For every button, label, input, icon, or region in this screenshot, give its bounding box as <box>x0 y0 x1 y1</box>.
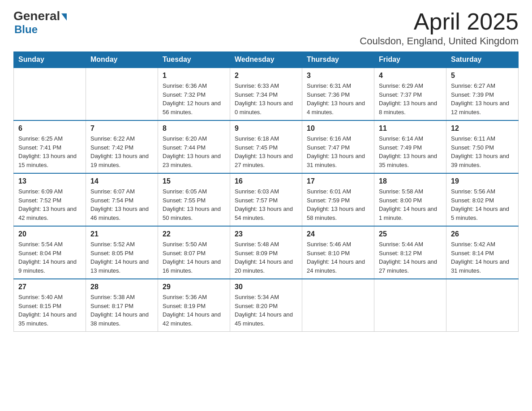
day-number: 20 <box>18 230 81 238</box>
day-info: Sunrise: 5:46 AMSunset: 8:10 PMDaylight:… <box>307 240 369 275</box>
calendar-cell: 21Sunrise: 5:52 AMSunset: 8:05 PMDayligh… <box>86 226 158 279</box>
day-info: Sunrise: 5:54 AMSunset: 8:04 PMDaylight:… <box>18 240 81 275</box>
title-section: April 2025 Coulsdon, England, United Kin… <box>360 9 519 47</box>
day-number: 21 <box>90 230 153 238</box>
day-number: 13 <box>18 177 81 185</box>
logo-general-text: General <box>13 9 60 23</box>
day-number: 2 <box>235 72 297 80</box>
calendar-cell <box>374 279 446 332</box>
calendar-body: 1Sunrise: 6:36 AMSunset: 7:32 PMDaylight… <box>14 68 519 332</box>
calendar-cell: 20Sunrise: 5:54 AMSunset: 8:04 PMDayligh… <box>14 226 86 279</box>
day-number: 24 <box>307 230 369 238</box>
day-info: Sunrise: 6:22 AMSunset: 7:42 PMDaylight:… <box>90 134 153 169</box>
day-number: 11 <box>379 124 442 133</box>
day-number: 27 <box>18 283 81 291</box>
calendar-cell: 26Sunrise: 5:42 AMSunset: 8:14 PMDayligh… <box>446 226 519 279</box>
day-number: 18 <box>379 177 442 185</box>
day-number: 1 <box>163 72 225 80</box>
day-number: 10 <box>307 124 369 133</box>
day-number: 3 <box>307 72 369 80</box>
weekday-header-thursday: Thursday <box>302 52 374 68</box>
calendar-cell: 3Sunrise: 6:31 AMSunset: 7:36 PMDaylight… <box>302 68 374 120</box>
calendar-week-4: 20Sunrise: 5:54 AMSunset: 8:04 PMDayligh… <box>14 226 519 279</box>
calendar-cell: 1Sunrise: 6:36 AMSunset: 7:32 PMDaylight… <box>158 68 230 120</box>
calendar-week-5: 27Sunrise: 5:40 AMSunset: 8:15 PMDayligh… <box>14 279 519 332</box>
day-info: Sunrise: 6:03 AMSunset: 7:57 PMDaylight:… <box>235 187 297 222</box>
day-info: Sunrise: 6:09 AMSunset: 7:52 PMDaylight:… <box>18 187 81 222</box>
calendar-cell: 10Sunrise: 6:16 AMSunset: 7:47 PMDayligh… <box>302 120 374 173</box>
day-info: Sunrise: 6:33 AMSunset: 7:34 PMDaylight:… <box>235 81 297 116</box>
day-info: Sunrise: 5:40 AMSunset: 8:15 PMDaylight:… <box>18 293 81 328</box>
day-info: Sunrise: 5:50 AMSunset: 8:07 PMDaylight:… <box>163 240 225 275</box>
weekday-header-monday: Monday <box>86 52 158 68</box>
day-number: 30 <box>235 283 297 291</box>
calendar-cell: 27Sunrise: 5:40 AMSunset: 8:15 PMDayligh… <box>14 279 86 332</box>
day-info: Sunrise: 6:05 AMSunset: 7:55 PMDaylight:… <box>163 187 225 222</box>
calendar-cell: 5Sunrise: 6:27 AMSunset: 7:39 PMDaylight… <box>446 68 519 120</box>
calendar-cell: 23Sunrise: 5:48 AMSunset: 8:09 PMDayligh… <box>230 226 302 279</box>
calendar-cell: 17Sunrise: 6:01 AMSunset: 7:59 PMDayligh… <box>302 173 374 226</box>
day-number: 12 <box>451 124 514 133</box>
weekday-header-sunday: Sunday <box>14 52 86 68</box>
month-title: April 2025 <box>360 9 519 34</box>
day-info: Sunrise: 5:36 AMSunset: 8:19 PMDaylight:… <box>163 293 225 328</box>
day-info: Sunrise: 5:42 AMSunset: 8:14 PMDaylight:… <box>451 240 514 275</box>
logo-triangle-icon <box>61 13 67 21</box>
day-info: Sunrise: 6:18 AMSunset: 7:45 PMDaylight:… <box>235 134 297 169</box>
day-info: Sunrise: 5:58 AMSunset: 8:00 PMDaylight:… <box>379 187 442 222</box>
day-info: Sunrise: 6:11 AMSunset: 7:50 PMDaylight:… <box>451 134 514 169</box>
day-number: 29 <box>163 283 225 291</box>
day-number: 23 <box>235 230 297 238</box>
day-number: 7 <box>90 124 153 133</box>
day-number: 5 <box>451 72 514 80</box>
day-number: 4 <box>379 72 442 80</box>
day-number: 26 <box>451 230 514 238</box>
day-number: 8 <box>163 124 225 133</box>
day-info: Sunrise: 6:01 AMSunset: 7:59 PMDaylight:… <box>307 187 369 222</box>
location-text: Coulsdon, England, United Kingdom <box>360 35 519 47</box>
day-number: 6 <box>18 124 81 133</box>
day-number: 28 <box>90 283 153 291</box>
weekday-header-tuesday: Tuesday <box>158 52 230 68</box>
day-number: 15 <box>163 177 225 185</box>
day-number: 14 <box>90 177 153 185</box>
calendar-cell: 25Sunrise: 5:44 AMSunset: 8:12 PMDayligh… <box>374 226 446 279</box>
calendar-cell: 9Sunrise: 6:18 AMSunset: 7:45 PMDaylight… <box>230 120 302 173</box>
calendar-cell: 12Sunrise: 6:11 AMSunset: 7:50 PMDayligh… <box>446 120 519 173</box>
calendar-cell: 11Sunrise: 6:14 AMSunset: 7:49 PMDayligh… <box>374 120 446 173</box>
day-number: 16 <box>235 177 297 185</box>
day-number: 19 <box>451 177 514 185</box>
logo-blue-text: Blue <box>14 23 38 35</box>
calendar-cell: 2Sunrise: 6:33 AMSunset: 7:34 PMDaylight… <box>230 68 302 120</box>
calendar-cell: 29Sunrise: 5:36 AMSunset: 8:19 PMDayligh… <box>158 279 230 332</box>
day-info: Sunrise: 5:52 AMSunset: 8:05 PMDaylight:… <box>90 240 153 275</box>
calendar-week-1: 1Sunrise: 6:36 AMSunset: 7:32 PMDaylight… <box>14 68 519 120</box>
day-info: Sunrise: 6:07 AMSunset: 7:54 PMDaylight:… <box>90 187 153 222</box>
calendar-cell: 28Sunrise: 5:38 AMSunset: 8:17 PMDayligh… <box>86 279 158 332</box>
day-number: 25 <box>379 230 442 238</box>
calendar-cell <box>446 279 519 332</box>
calendar-cell: 4Sunrise: 6:29 AMSunset: 7:37 PMDaylight… <box>374 68 446 120</box>
day-info: Sunrise: 6:16 AMSunset: 7:47 PMDaylight:… <box>307 134 369 169</box>
calendar-cell: 8Sunrise: 6:20 AMSunset: 7:44 PMDaylight… <box>158 120 230 173</box>
day-info: Sunrise: 5:38 AMSunset: 8:17 PMDaylight:… <box>90 293 153 328</box>
weekday-header-wednesday: Wednesday <box>230 52 302 68</box>
weekday-header-friday: Friday <box>374 52 446 68</box>
day-info: Sunrise: 6:27 AMSunset: 7:39 PMDaylight:… <box>451 81 514 116</box>
calendar-cell: 16Sunrise: 6:03 AMSunset: 7:57 PMDayligh… <box>230 173 302 226</box>
day-info: Sunrise: 5:44 AMSunset: 8:12 PMDaylight:… <box>379 240 442 275</box>
day-number: 17 <box>307 177 369 185</box>
calendar-header: SundayMondayTuesdayWednesdayThursdayFrid… <box>14 52 519 68</box>
calendar-cell <box>14 68 86 120</box>
calendar-cell: 15Sunrise: 6:05 AMSunset: 7:55 PMDayligh… <box>158 173 230 226</box>
day-number: 22 <box>163 230 225 238</box>
calendar-cell: 14Sunrise: 6:07 AMSunset: 7:54 PMDayligh… <box>86 173 158 226</box>
day-info: Sunrise: 6:36 AMSunset: 7:32 PMDaylight:… <box>163 81 225 116</box>
day-info: Sunrise: 6:14 AMSunset: 7:49 PMDaylight:… <box>379 134 442 169</box>
logo: General Blue <box>13 9 67 36</box>
calendar-cell <box>86 68 158 120</box>
calendar-cell: 13Sunrise: 6:09 AMSunset: 7:52 PMDayligh… <box>14 173 86 226</box>
day-info: Sunrise: 5:56 AMSunset: 8:02 PMDaylight:… <box>451 187 514 222</box>
calendar-table: SundayMondayTuesdayWednesdayThursdayFrid… <box>13 51 519 332</box>
calendar-cell: 19Sunrise: 5:56 AMSunset: 8:02 PMDayligh… <box>446 173 519 226</box>
